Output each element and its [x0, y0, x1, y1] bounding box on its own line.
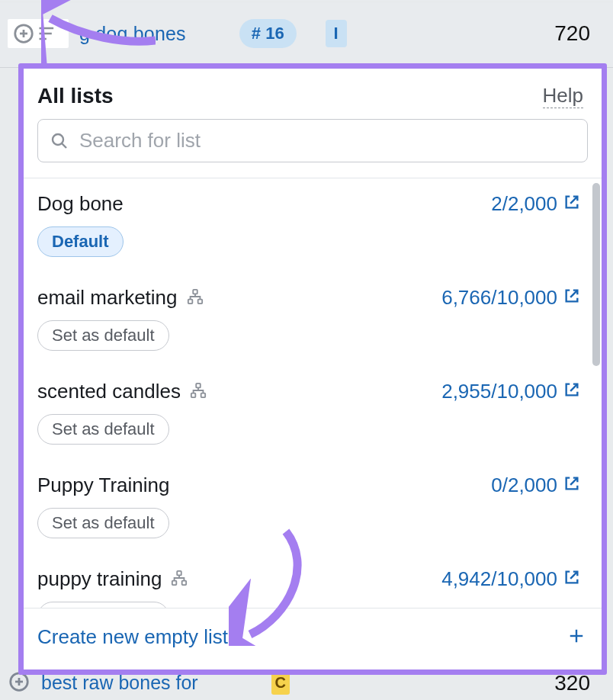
list-count: 2/2,000	[491, 192, 557, 216]
list-name: Puppy Training	[37, 474, 169, 497]
list-item[interactable]: scented candles 2,955/10,000 Set as defa…	[24, 366, 595, 460]
scrollbar-thumb[interactable]	[592, 183, 600, 366]
list-count-link[interactable]: 0/2,000	[491, 474, 580, 497]
search-field[interactable]	[79, 129, 575, 153]
lists-container: Dog bone2/2,000 Defaultemail marketing 6…	[24, 178, 602, 608]
popup-title: All lists	[37, 84, 114, 108]
intent-badge: I	[326, 20, 347, 47]
list-item[interactable]: Dog bone2/2,000 Default	[24, 178, 595, 272]
keyword-link[interactable]: best raw bones for	[41, 672, 198, 694]
svg-rect-10	[197, 299, 202, 303]
hierarchy-icon	[171, 570, 188, 586]
help-link[interactable]: Help	[543, 84, 583, 108]
set-default-button[interactable]: Set as default	[37, 602, 169, 608]
open-external-icon	[563, 475, 580, 492]
svg-rect-11	[196, 383, 201, 387]
rank-badge: # 16	[239, 19, 297, 48]
list-count: 6,766/10,000	[441, 286, 557, 310]
set-default-button[interactable]: Set as default	[37, 414, 169, 445]
list-count-link[interactable]: 4,942/10,000	[441, 567, 580, 591]
svg-rect-15	[172, 580, 177, 585]
add-to-list-icon[interactable]	[8, 19, 69, 48]
svg-rect-16	[182, 580, 187, 585]
search-icon	[50, 132, 69, 150]
svg-rect-12	[191, 393, 196, 397]
volume-value: 720	[554, 21, 590, 46]
list-name: puppy training	[37, 567, 162, 591]
create-new-list-plus-icon[interactable]	[568, 624, 585, 650]
list-item[interactable]: puppy training 4,942/10,000 Set as defau…	[24, 554, 595, 608]
list-item[interactable]: email marketing 6,766/10,000 Set as defa…	[24, 272, 595, 366]
list-name: Dog bone	[37, 192, 124, 216]
search-list-input[interactable]	[37, 119, 588, 162]
default-badge: Default	[37, 226, 124, 257]
list-count: 2,955/10,000	[441, 380, 557, 403]
svg-rect-8	[193, 289, 197, 294]
kd-badge: C	[271, 672, 290, 695]
list-name: email marketing	[37, 286, 178, 310]
open-external-icon	[563, 194, 580, 210]
set-default-button[interactable]: Set as default	[37, 320, 169, 351]
svg-rect-9	[188, 299, 192, 303]
list-name: scented candles	[37, 380, 181, 403]
svg-rect-14	[178, 570, 182, 575]
all-lists-popup: All lists Help Dog bone2/2,000 Defaultem…	[18, 63, 607, 675]
create-new-list-link[interactable]: Create new empty list	[37, 625, 228, 649]
hierarchy-icon	[190, 382, 207, 399]
keyword-link[interactable]: g dog bones	[79, 23, 186, 45]
list-count: 4,942/10,000	[441, 567, 557, 591]
set-default-button[interactable]: Set as default	[37, 508, 169, 538]
open-external-icon	[563, 287, 580, 304]
svg-rect-13	[201, 393, 206, 397]
list-count-link[interactable]: 2/2,000	[491, 192, 580, 216]
svg-line-7	[62, 143, 66, 148]
list-count-link[interactable]: 6,766/10,000	[441, 286, 580, 310]
hierarchy-icon	[187, 288, 204, 305]
svg-point-6	[53, 134, 63, 145]
list-count-link[interactable]: 2,955/10,000	[441, 380, 580, 403]
open-external-icon	[563, 569, 580, 586]
list-count: 0/2,000	[491, 474, 557, 497]
list-item[interactable]: Puppy Training0/2,000 Set as default	[24, 460, 595, 554]
open-external-icon	[563, 381, 580, 398]
background-keyword-row-top: g dog bones # 16 I 720	[0, 0, 613, 67]
